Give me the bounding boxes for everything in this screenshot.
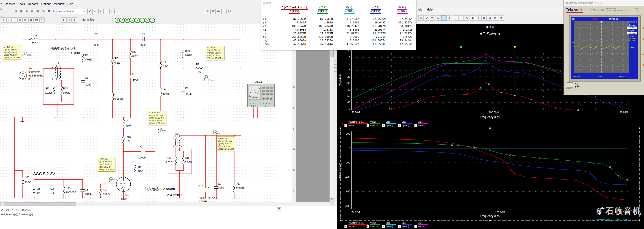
- legend-checkbox[interactable]: ✓: [414, 124, 417, 127]
- legend-checkbox[interactable]: [414, 225, 417, 228]
- postprocessor-icon[interactable]: ▨: [35, 9, 40, 14]
- scroll-left-button[interactable]: ‹: [0, 202, 4, 206]
- selection-handle[interactable]: [340, 128, 341, 129]
- diode-component-icon[interactable]: ◇: [18, 18, 23, 23]
- menu-arrow-icon[interactable]: [642, 27, 644, 29]
- zoom-out-icon[interactable]: ⊖: [424, 15, 429, 21]
- spreadsheet-view-icon[interactable]: ▦: [19, 9, 24, 14]
- menu-item-reports[interactable]: Reports: [28, 3, 38, 6]
- export-excel-icon[interactable]: ⊞: [487, 15, 492, 21]
- hand-icon[interactable]: +: [458, 15, 464, 21]
- zoom-area-icon[interactable]: ▭: [216, 9, 221, 14]
- instruments-strip[interactable]: [334, 24, 338, 202]
- legend-checkbox[interactable]: ✓: [382, 124, 385, 127]
- menu-arrow-icon[interactable]: [642, 53, 644, 56]
- analog-component-icon[interactable]: ▭: [28, 18, 34, 23]
- instrument-strip-icon[interactable]: [334, 57, 338, 61]
- zoom-in-icon[interactable]: ⊕: [205, 9, 210, 14]
- hierarchy-icon[interactable]: 品: [40, 9, 46, 14]
- instrument-s-icon[interactable]: S: [130, 18, 135, 23]
- menu-item-transfer[interactable]: Transfer: [4, 3, 15, 6]
- trace-legend-icon[interactable]: ≣: [470, 15, 475, 21]
- graph-view-icon[interactable]: ▧: [30, 9, 35, 14]
- zoom-vertical-icon[interactable]: ↕: [447, 15, 452, 21]
- series-V(PR3)[interactable]: [352, 150, 628, 185]
- instrument-strip-icon[interactable]: [334, 75, 338, 78]
- series-I(PR5)[interactable]: [352, 138, 628, 200]
- legend-checkbox[interactable]: ✓: [344, 225, 347, 228]
- scroll-down-button[interactable]: ∨: [330, 198, 334, 202]
- menu-help[interactable]: Help: [427, 8, 433, 11]
- basic-component-icon[interactable]: ~: [12, 18, 17, 23]
- text-icon[interactable]: A: [464, 15, 470, 21]
- design-toolbox-icon[interactable]: ▤: [13, 9, 18, 14]
- cursors-icon[interactable]: ∥: [476, 15, 481, 21]
- instrument-strip-icon[interactable]: [334, 79, 338, 82]
- zoom-100-icon[interactable]: □: [436, 15, 441, 21]
- database-view-icon[interactable]: ▥: [24, 9, 29, 14]
- legend-checkbox[interactable]: ✓: [344, 124, 347, 127]
- selection-handle[interactable]: [490, 128, 491, 129]
- xsc1-instrument-icon[interactable]: TektronixP G 1 2 3 4 T: [248, 84, 274, 107]
- close-icon[interactable]: x: [413, 1, 414, 4]
- series-V(PR1)[interactable]: [352, 142, 628, 180]
- find-icon[interactable]: ⌕: [109, 9, 114, 14]
- menu-item-options[interactable]: Options: [41, 3, 51, 6]
- export-labview-icon[interactable]: ▶: [493, 15, 498, 21]
- transistor-component-icon[interactable]: ▷: [23, 18, 28, 23]
- instrument-a-icon[interactable]: A: [120, 18, 125, 23]
- scroll-right-button[interactable]: ›: [330, 202, 334, 206]
- zoom-fit-icon[interactable]: ◱: [441, 15, 446, 21]
- scope-type-value[interactable]: Cyc RMS: [627, 32, 637, 35]
- selection-handle[interactable]: [490, 220, 491, 221]
- forward-annotate-icon[interactable]: ⇢: [104, 9, 109, 14]
- selection-handle[interactable]: [639, 128, 640, 129]
- zoom-in-icon[interactable]: ⊕: [418, 15, 424, 21]
- scroll-thumb[interactable]: [4, 202, 76, 206]
- export-icon[interactable]: ➦: [93, 9, 98, 14]
- zoom-horizontal-icon[interactable]: ↔: [453, 15, 458, 21]
- cursor-handle[interactable]: [514, 46, 516, 48]
- instrument-l-icon[interactable]: L: [150, 18, 155, 23]
- create-component-icon[interactable]: ✱: [46, 9, 51, 14]
- instrument-strip-icon[interactable]: [334, 68, 338, 71]
- ttl-component-icon[interactable]: ▤: [34, 18, 39, 23]
- schematic-canvas[interactable]: TektronixP G 1 2 3 4 TVVVVA R175ΩV10.1mV…: [0, 24, 296, 202]
- oscilloscope-titlebar[interactable]: Tektronix oscilloscope-XSC1: [564, 0, 644, 6]
- database-manager-icon[interactable]: ⊞: [52, 9, 57, 14]
- ground-component-icon[interactable]: ⊥: [6, 18, 12, 23]
- menu-arrow-icon[interactable]: [642, 64, 644, 66]
- legend-checkbox[interactable]: ✓: [382, 225, 385, 228]
- power-button[interactable]: [567, 83, 573, 88]
- in-use-list-dropdown[interactable]: --- In-Use List --- ∨: [54, 9, 86, 14]
- menu-item-help[interactable]: Help: [67, 3, 73, 6]
- instrument-f-icon[interactable]: F: [140, 18, 145, 23]
- menu-item-e[interactable]: e: [0, 3, 2, 6]
- source-component-icon[interactable]: +: [1, 18, 6, 23]
- menu-item-tools[interactable]: Tools: [18, 3, 25, 6]
- pause-button[interactable]: ∥: [66, 18, 72, 23]
- scope-back-button[interactable]: Back: [627, 46, 637, 48]
- instrument-b-icon[interactable]: B: [135, 18, 140, 23]
- instrument-w-icon[interactable]: W: [125, 18, 130, 23]
- pane-window-icon[interactable]: ▣: [277, 207, 281, 211]
- menu-tools-partial[interactable]: ols: [418, 8, 422, 11]
- instrument-strip-icon[interactable]: [334, 64, 338, 68]
- misc-component-icon[interactable]: ≈: [40, 18, 45, 23]
- grid-icon[interactable]: ▦: [482, 15, 487, 21]
- page-stop-icon[interactable]: ■: [498, 15, 504, 21]
- back-annotate-icon[interactable]: ⇠: [98, 9, 104, 14]
- help-icon[interactable]: ?: [115, 9, 120, 14]
- menu-item-window[interactable]: Window: [54, 3, 64, 6]
- selection-handle[interactable]: [340, 220, 341, 221]
- instrument-strip-icon[interactable]: [334, 50, 338, 53]
- zoom-area-icon[interactable]: ▭: [430, 15, 435, 21]
- fullscreen-icon[interactable]: ▢: [227, 9, 232, 14]
- instrument-strip-icon[interactable]: [334, 72, 338, 75]
- legend-checkbox[interactable]: ✓: [366, 225, 370, 228]
- run-button[interactable]: ▶: [61, 18, 66, 23]
- zoom-out-icon[interactable]: ⊖: [210, 9, 216, 14]
- legend-checkbox[interactable]: ✓: [398, 124, 401, 127]
- zoom-fit-icon[interactable]: ◱: [221, 9, 226, 14]
- erc-check-icon[interactable]: ✓: [88, 9, 93, 14]
